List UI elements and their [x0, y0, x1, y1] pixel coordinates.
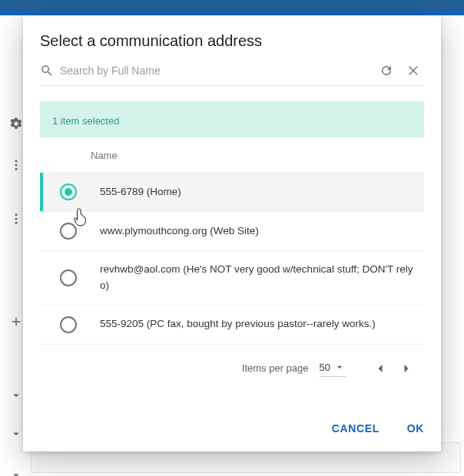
items-per-page-label: Items per page — [242, 362, 309, 374]
column-header-name: Name — [40, 137, 424, 173]
radio-button[interactable] — [60, 183, 77, 200]
list-item-label: revhwb@aol.com (He's NOT very good w/tec… — [100, 262, 415, 294]
refresh-icon[interactable] — [376, 61, 396, 81]
svg-point-1 — [15, 164, 18, 167]
search-row — [40, 61, 424, 86]
svg-point-4 — [15, 218, 18, 220]
prev-page-button[interactable] — [367, 355, 393, 382]
cancel-button[interactable]: CANCEL — [329, 418, 383, 439]
list-item[interactable]: 555-6789 (Home) — [40, 173, 424, 212]
close-icon[interactable] — [404, 61, 424, 81]
list-item-label: 555-6789 (Home) — [100, 184, 181, 200]
list-item[interactable]: www.plymouthcong.org (Web Site) — [40, 212, 424, 251]
radio-button[interactable] — [60, 316, 77, 333]
dialog-body: 1 item selected Name 555-6789 (Home) www… — [23, 101, 441, 407]
selection-banner: 1 item selected — [40, 101, 424, 137]
more-vertical-icon[interactable] — [9, 212, 23, 229]
more-vertical-icon[interactable] — [9, 158, 23, 175]
dialog-footer: CANCEL OK — [23, 407, 441, 451]
svg-point-3 — [15, 213, 18, 216]
list-item[interactable]: revhwb@aol.com (He's NOT very good w/tec… — [40, 251, 424, 306]
select-address-dialog: Select a communication address 1 item se… — [23, 15, 441, 451]
chevron-down-icon[interactable] — [9, 427, 23, 444]
list-item[interactable]: 555-9205 (PC fax, bought by previous pas… — [40, 306, 424, 345]
radio-button[interactable] — [60, 223, 77, 240]
ok-button[interactable]: OK — [404, 418, 427, 439]
app-header-strip — [0, 0, 464, 11]
svg-point-5 — [15, 222, 18, 224]
list-item-label: www.plymouthcong.org (Web Site) — [100, 223, 259, 240]
dialog-title: Select a communication address — [23, 15, 441, 61]
plus-icon[interactable] — [9, 315, 23, 332]
list-item-label: 555-9205 (PC fax, bought by previous pas… — [100, 316, 376, 332]
gear-icon[interactable] — [9, 117, 23, 134]
items-per-page-select[interactable]: 50 — [320, 359, 346, 377]
chevron-down-icon[interactable] — [9, 388, 23, 405]
svg-point-0 — [15, 160, 18, 162]
chevron-down-icon[interactable] — [9, 468, 23, 476]
search-input[interactable] — [60, 64, 369, 77]
dropdown-arrow-icon — [333, 361, 346, 373]
svg-point-2 — [15, 168, 18, 170]
pager: Items per page 50 — [40, 345, 424, 386]
radio-button[interactable] — [60, 269, 77, 286]
address-list: 555-6789 (Home) www.plymouthcong.org (We… — [40, 173, 424, 345]
next-page-button[interactable] — [393, 355, 419, 382]
items-per-page-value: 50 — [320, 362, 330, 373]
search-icon — [40, 64, 54, 78]
